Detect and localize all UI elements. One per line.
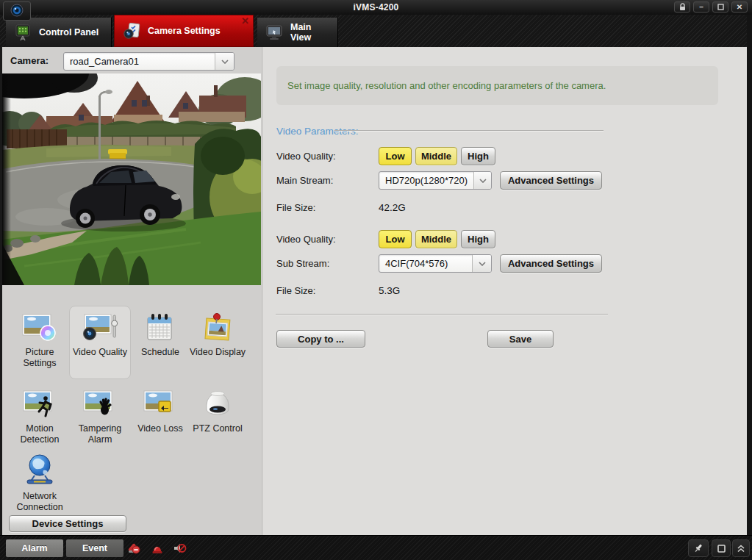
- grid-label: Tampering Alarm: [70, 423, 130, 445]
- copy-to-label: Copy to ...: [298, 334, 344, 345]
- quality-label-main: Video Quality:: [276, 147, 376, 165]
- quality-high-label: High: [468, 151, 489, 162]
- quality-middle-button[interactable]: Middle: [415, 230, 457, 248]
- grid-label: Network Connection: [10, 491, 70, 513]
- grid-label: Schedule: [130, 347, 190, 358]
- window-title: iVMS-4200: [0, 2, 752, 12]
- schedule-icon: [142, 312, 179, 343]
- grid-item-tampering-alarm[interactable]: Tampering Alarm: [69, 382, 131, 456]
- tab-bar: Control Panel Camera Settings ✕ Mai: [0, 15, 752, 47]
- device-settings-button[interactable]: Device Settings: [9, 515, 126, 532]
- file-size-value-main: 42.2G: [379, 198, 406, 217]
- window-right-frame: [747, 0, 752, 560]
- lock-icon[interactable]: [674, 1, 690, 12]
- grid-label: Video Quality: [70, 347, 130, 358]
- camera-select-value: road_Camera01: [64, 56, 215, 67]
- window-icon[interactable]: [712, 539, 731, 557]
- grid-item-video-display[interactable]: Video Display: [187, 306, 248, 379]
- main-stream-value: HD720p(1280*720): [379, 175, 473, 186]
- status-bar: Alarm Event: [0, 535, 752, 560]
- section-rule: [334, 130, 604, 132]
- left-panel: Camera: road_Camera01: [0, 47, 262, 535]
- window-controls: – ✕: [674, 1, 748, 12]
- alarm-tab-label: Alarm: [21, 543, 47, 553]
- tab-control-panel-label: Control Panel: [39, 27, 99, 37]
- alarm-clear-icon[interactable]: [126, 541, 141, 556]
- bottom-rule: [276, 314, 608, 315]
- quality-high-label: High: [468, 234, 489, 245]
- grid-label: PTZ Control: [187, 423, 248, 434]
- motion-detection-icon: [21, 389, 58, 420]
- quality-low-label: Low: [386, 151, 405, 162]
- save-button[interactable]: Save: [487, 330, 554, 348]
- tab-close-icon[interactable]: ✕: [241, 16, 249, 26]
- quality-buttons-sub: Low Middle High: [379, 230, 495, 248]
- grid-label: Motion Detection: [10, 423, 70, 445]
- camera-settings-panel: Set image quality, resolution and other …: [264, 47, 747, 535]
- chevron-down-icon: [472, 255, 491, 272]
- file-size-value-sub: 5.3G: [379, 281, 400, 300]
- grid-item-video-loss[interactable]: Video Loss: [129, 382, 191, 456]
- sub-stream-select[interactable]: 4CIF(704*576): [379, 254, 492, 273]
- save-label: Save: [509, 334, 531, 345]
- grid-item-ptz-control[interactable]: PTZ Control: [187, 382, 248, 456]
- camera-select[interactable]: road_Camera01: [63, 52, 234, 71]
- grid-item-network-connection[interactable]: Network Connection: [9, 447, 71, 520]
- grid-label: Video Loss: [130, 423, 190, 434]
- minimize-icon[interactable]: –: [693, 1, 709, 12]
- camera-label: Camera:: [10, 55, 49, 66]
- video-quality-icon: [82, 312, 118, 343]
- chevron-down-icon: [215, 53, 234, 70]
- quality-low-button[interactable]: Low: [379, 230, 412, 248]
- grid-item-picture-settings[interactable]: Picture Settings: [9, 306, 71, 379]
- camera-preview-image: [2, 73, 261, 285]
- sub-stream-label: Sub Stream:: [276, 254, 376, 273]
- video-display-icon: [199, 312, 236, 343]
- copy-to-button[interactable]: Copy to ...: [276, 330, 365, 348]
- quality-high-button[interactable]: High: [461, 147, 495, 165]
- grid-label: Video Display: [187, 347, 248, 358]
- maximize-icon[interactable]: [712, 1, 728, 12]
- main-stream-select[interactable]: HD720p(1280*720): [379, 171, 492, 190]
- advanced-settings-button-sub[interactable]: Advanced Settings: [500, 254, 602, 273]
- quality-middle-label: Middle: [421, 151, 451, 162]
- grid-item-schedule[interactable]: Schedule: [129, 306, 191, 379]
- advanced-settings-label: Advanced Settings: [508, 175, 594, 186]
- window-left-frame: [0, 47, 2, 535]
- quality-low-label: Low: [386, 234, 405, 245]
- ptz-control-icon: [199, 389, 236, 420]
- tampering-alarm-icon: [82, 389, 118, 420]
- collapse-icon[interactable]: [732, 539, 750, 557]
- file-size-label-main: File Size:: [276, 198, 376, 217]
- title-bar: iVMS-4200 – ✕: [0, 0, 752, 15]
- tab-control-panel[interactable]: Control Panel: [6, 18, 112, 47]
- pin-icon[interactable]: [688, 539, 709, 557]
- event-tab[interactable]: Event: [66, 539, 123, 557]
- chevron-down-icon: [473, 172, 491, 189]
- main-view-icon: [265, 23, 284, 42]
- alarm-tab[interactable]: Alarm: [6, 539, 63, 557]
- info-banner: Set image quality, resolution and other …: [276, 66, 718, 105]
- advanced-settings-button-main[interactable]: Advanced Settings: [500, 171, 602, 190]
- device-settings-label: Device Settings: [32, 518, 104, 529]
- control-panel-icon: [13, 23, 32, 42]
- siren-icon[interactable]: [150, 541, 165, 556]
- grid-label: Picture Settings: [10, 347, 70, 369]
- tab-main-view[interactable]: Main View: [257, 18, 338, 47]
- quality-high-button[interactable]: High: [461, 230, 495, 248]
- quality-label-sub: Video Quality:: [276, 230, 376, 248]
- audio-mute-icon[interactable]: [172, 541, 187, 556]
- grid-item-motion-detection[interactable]: Motion Detection: [9, 382, 71, 456]
- tab-camera-settings-label: Camera Settings: [148, 26, 221, 36]
- event-tab-label: Event: [82, 543, 107, 553]
- quality-middle-label: Middle: [421, 234, 451, 245]
- tab-camera-settings[interactable]: Camera Settings ✕: [114, 15, 254, 47]
- close-icon[interactable]: ✕: [731, 1, 748, 12]
- app-logo-icon: [3, 1, 31, 21]
- network-connection-icon: [21, 453, 58, 487]
- quality-middle-button[interactable]: Middle: [415, 147, 457, 165]
- grid-item-video-quality[interactable]: Video Quality: [69, 306, 131, 379]
- video-loss-icon: [142, 389, 179, 420]
- quality-low-button[interactable]: Low: [379, 147, 412, 165]
- picture-settings-icon: [21, 312, 58, 343]
